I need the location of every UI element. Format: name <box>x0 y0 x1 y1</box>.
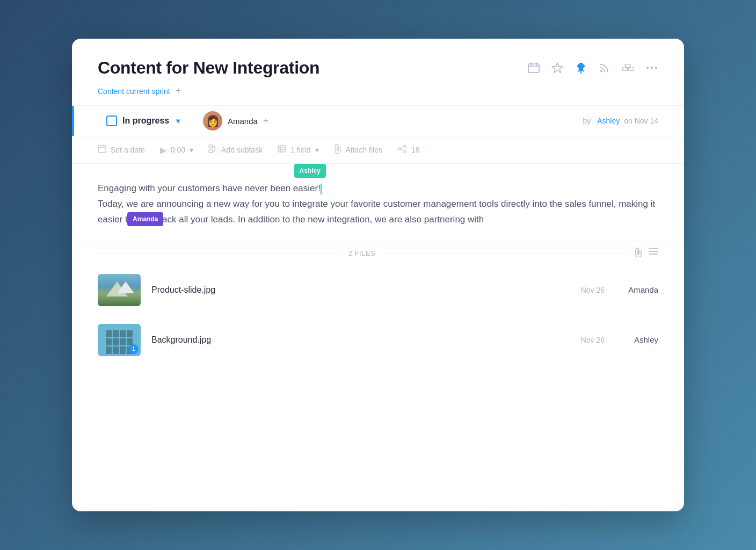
star-icon[interactable] <box>551 61 564 74</box>
ashley-text-cursor <box>321 184 322 194</box>
add-subtask-button[interactable]: Add subtask <box>208 144 263 155</box>
list-icon[interactable] <box>649 248 658 259</box>
status-button[interactable]: In progress ▼ <box>98 106 190 136</box>
page-title: Content for New Integration <box>98 58 319 78</box>
file-author-1: Amanda <box>615 285 658 294</box>
time-value: 0:00 <box>171 146 185 154</box>
attach-icon[interactable] <box>635 248 642 259</box>
mountain-thumbnail <box>98 274 141 306</box>
paperclip-icon <box>334 144 341 156</box>
svg-point-9 <box>404 145 406 147</box>
file-name-1: Product-slide.jpg <box>151 285 556 295</box>
files-divider-left <box>98 253 340 254</box>
svg-point-2 <box>646 67 649 69</box>
fields-chevron: ▾ <box>315 146 319 154</box>
files-header: 2 FILES <box>72 241 684 265</box>
chevron-down-icon: ▼ <box>175 117 181 125</box>
share-count: 18 <box>411 146 420 154</box>
fields-label: 1 field <box>290 146 310 154</box>
file-author-2: Ashley <box>615 335 658 344</box>
toolbar: Set a date ▶ 0:00 ▾ Add subtask <box>72 136 684 164</box>
attach-files-button[interactable]: Attach files <box>334 144 382 156</box>
sprint-tag[interactable]: Content current sprint <box>98 87 170 96</box>
file-thumbnail-1 <box>98 274 141 306</box>
share-icon <box>397 144 407 155</box>
field-icon <box>278 145 286 155</box>
pin-icon[interactable] <box>575 61 587 74</box>
play-icon: ▶ <box>160 145 166 155</box>
status-label: In progress <box>122 116 169 126</box>
link-icon[interactable] <box>622 61 635 74</box>
time-button[interactable]: ▶ 0:00 ▾ <box>160 145 193 155</box>
assignee-name: Amanda <box>228 117 258 126</box>
set-date-label: Set a date <box>111 146 145 154</box>
fields-button[interactable]: 1 field ▾ <box>278 145 318 155</box>
svg-point-3 <box>651 67 653 69</box>
file-date-2: Nov 26 <box>567 336 605 344</box>
svg-rect-5 <box>98 146 106 153</box>
add-sprint-button[interactable]: + <box>176 85 181 97</box>
ashley-cursor-label: Ashley <box>294 164 326 178</box>
creator-name[interactable]: Ashley <box>597 117 620 125</box>
created-by-label: by Ashley on Nov 14 <box>583 117 658 125</box>
svg-rect-0 <box>528 64 539 73</box>
sprint-row: Content current sprint + <box>72 78 684 106</box>
svg-point-1 <box>600 70 602 72</box>
assignee-section: 👩 Amanda + <box>203 111 268 131</box>
svg-point-10 <box>404 150 406 153</box>
files-divider-right <box>384 253 626 254</box>
notification-badge: 1 <box>129 344 139 354</box>
file-date-1: Nov 26 <box>567 286 605 294</box>
time-chevron: ▾ <box>190 146 193 154</box>
header-actions <box>527 61 658 74</box>
amanda-cursor-area: Amanda <box>158 212 159 228</box>
attach-files-label: Attach files <box>346 146 382 154</box>
subtask-icon <box>208 144 217 155</box>
files-toolbar <box>635 248 658 259</box>
content-text: Ashley Engaging with your customers have… <box>98 181 658 228</box>
more-icon[interactable] <box>645 61 658 74</box>
amanda-cursor-label: Amanda <box>127 212 163 226</box>
content-area: Ashley Engaging with your customers have… <box>72 164 684 241</box>
set-date-button[interactable]: Set a date <box>98 144 145 155</box>
svg-rect-8 <box>278 146 286 152</box>
svg-point-11 <box>398 148 401 150</box>
calendar-icon[interactable] <box>527 61 540 74</box>
main-card: Content for New Integration <box>72 39 684 511</box>
file-row-2: 1 Background.jpg Nov 26 Ashley <box>72 315 684 365</box>
file-thumbnail-2: 1 <box>98 324 141 356</box>
share-button[interactable]: 18 <box>397 144 420 155</box>
svg-rect-6 <box>209 145 213 148</box>
status-checkbox <box>106 115 117 126</box>
header: Content for New Integration <box>72 39 684 78</box>
file-row-1: Product-slide.jpg Nov 26 Amanda <box>72 265 684 315</box>
status-indicator <box>72 106 74 136</box>
files-count-label: 2 FILES <box>348 249 375 257</box>
svg-point-4 <box>655 67 657 69</box>
add-subtask-label: Add subtask <box>221 146 263 154</box>
status-bar: In progress ▼ 👩 Amanda + by Ashley on No… <box>72 106 684 136</box>
svg-rect-7 <box>209 150 213 153</box>
ashley-cursor-area: Ashley Engaging with your customers have… <box>98 181 322 197</box>
add-assignee-button[interactable]: + <box>263 115 269 127</box>
rss-icon[interactable] <box>598 61 611 74</box>
avatar: 👩 <box>203 111 222 131</box>
calendar-small-icon <box>98 144 106 155</box>
file-name-2: Background.jpg <box>151 335 556 345</box>
